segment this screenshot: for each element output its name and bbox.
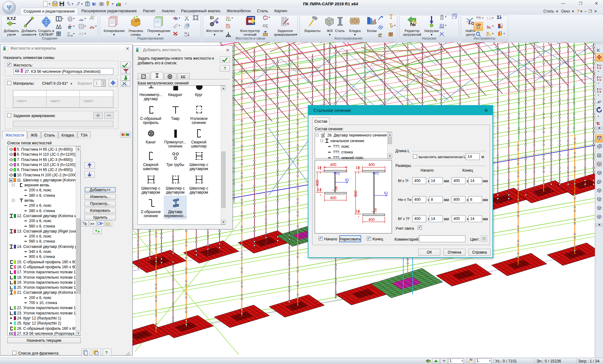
svg-text:№: № — [184, 32, 187, 35]
svg-text:8: 8 — [375, 207, 377, 212]
svg-text:999: 999 — [226, 24, 229, 25]
svg-text:X,Y,Z: X,Y,Z — [7, 16, 16, 21]
svg-text:X1: X1 — [345, 178, 349, 182]
svg-text:▿: ▿ — [125, 2, 127, 5]
svg-text:...: ... — [122, 65, 124, 67]
svg-text:14: 14 — [317, 187, 322, 192]
svg-text:800: 800 — [354, 190, 358, 197]
svg-text:Σ: Σ — [497, 14, 500, 20]
svg-text:400: 400 — [368, 217, 375, 222]
svg-text:C: C — [486, 34, 488, 37]
svg-text:Y1: Y1 — [336, 172, 340, 175]
svg-text:EI: EI — [210, 16, 214, 20]
svg-text:400: 400 — [330, 196, 336, 200]
svg-text:f: f — [392, 32, 393, 35]
svg-text:X1: X1 — [384, 191, 388, 195]
svg-text:400: 400 — [315, 180, 320, 186]
svg-text:P: P — [391, 25, 393, 28]
svg-text:z=: z= — [68, 32, 70, 34]
svg-text:8: 8 — [335, 186, 338, 190]
svg-text:ЕЕ: ЕЕ — [9, 332, 14, 335]
svg-text:400: 400 — [368, 163, 375, 167]
svg-text:H: H — [10, 179, 12, 182]
svg-text:f(x,y): f(x,y) — [67, 34, 73, 37]
svg-text:14: 14 — [356, 165, 360, 170]
svg-text:▾: ▾ — [49, 2, 51, 6]
svg-text:1,2: 1,2 — [184, 35, 187, 37]
svg-text:?: ? — [105, 350, 108, 355]
svg-text:XZ: XZ — [599, 64, 602, 67]
svg-text:1 2: 1 2 — [266, 26, 268, 29]
svg-text:1.2): 1.2) — [486, 17, 492, 20]
svg-text:YZ: YZ — [599, 88, 602, 91]
svg-text:>>: >> — [90, 222, 94, 226]
svg-text:Ψ: Ψ — [7, 4, 12, 11]
svg-text:▾: ▾ — [72, 2, 73, 6]
svg-text:Y1: Y1 — [375, 172, 379, 175]
svg-text:XY: XY — [599, 76, 602, 79]
svg-text:14: 14 — [356, 209, 360, 213]
svg-text:▾: ▾ — [81, 2, 83, 6]
svg-text:222: 222 — [226, 16, 230, 18]
svg-text:400: 400 — [330, 163, 336, 167]
svg-text:№: № — [410, 22, 416, 27]
svg-text:▾: ▾ — [112, 2, 114, 6]
svg-text:ЕЕ: ЕЕ — [181, 75, 186, 79]
svg-text:14: 14 — [317, 165, 322, 170]
